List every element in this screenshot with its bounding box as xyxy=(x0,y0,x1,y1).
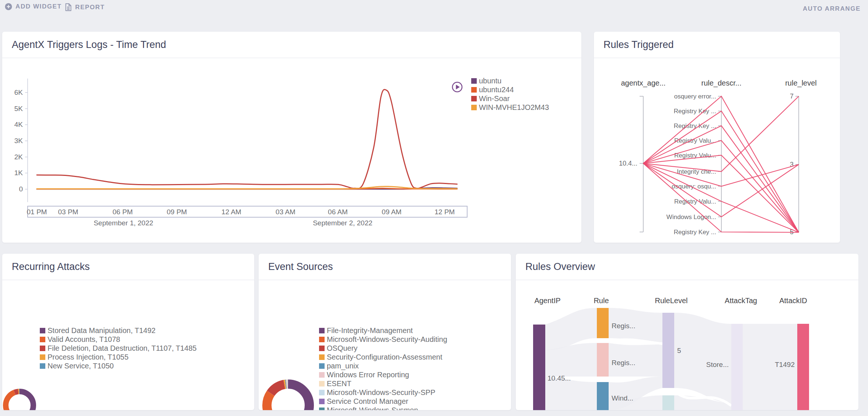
svg-text:AgentIP: AgentIP xyxy=(534,297,560,305)
svg-text:03 AM: 03 AM xyxy=(276,208,295,216)
rules-triggered-parallel-chart[interactable]: agentx_age...rule_descr...rule_level10.4… xyxy=(594,58,840,243)
legend-label: ESENT xyxy=(327,379,351,388)
svg-text:Wind...: Wind... xyxy=(612,394,633,402)
svg-text:September 1, 2022: September 1, 2022 xyxy=(94,219,153,227)
svg-text:6K: 6K xyxy=(14,89,23,96)
legend-item[interactable]: OSQuery xyxy=(319,344,454,353)
legend-item[interactable]: ubuntu xyxy=(471,76,549,85)
legend-swatch xyxy=(319,328,325,333)
auto-arrange-button[interactable]: AUTO ARRANGE xyxy=(803,5,861,13)
legend-item[interactable]: Service Control Manager xyxy=(319,397,454,406)
time-trend-legend: ubuntuubuntu244Win-SoarWIN-MVHE1JO2M43 xyxy=(471,76,549,112)
legend-item[interactable]: Microsoft-Windows-Sysmon xyxy=(319,406,454,410)
svg-text:Regis...: Regis... xyxy=(612,322,635,330)
legend-label: pam_unix xyxy=(327,361,359,370)
svg-text:5: 5 xyxy=(677,347,681,354)
legend-swatch xyxy=(471,96,477,101)
panel-time-trend: AgentX Triggers Logs - Time Trend 01K2K3… xyxy=(2,32,581,243)
legend-item[interactable]: ESENT xyxy=(319,379,454,388)
event-sources-legend: File-Integrity-ManagementMicrosoft-Windo… xyxy=(319,326,454,410)
legend-label: Process Injection, T1055 xyxy=(48,353,129,361)
panel-time-trend-header: AgentX Triggers Logs - Time Trend xyxy=(2,32,581,58)
svg-text:AttackTag: AttackTag xyxy=(725,297,757,305)
legend-item[interactable]: Valid Accounts, T1078 xyxy=(40,335,197,344)
legend-item[interactable]: Microsoft-Windows-Security-SPP xyxy=(319,388,454,397)
legend-label: Security-Configuration-Assessment xyxy=(327,353,442,361)
rules-overview-sankey-chart[interactable]: 10.45...Regis...Regis...Wind...5Store...… xyxy=(516,280,858,410)
svg-text:RuleLevel: RuleLevel xyxy=(655,297,688,305)
legend-label: WIN-MVHE1JO2M43 xyxy=(479,103,549,112)
svg-text:Rule: Rule xyxy=(594,297,609,305)
legend-label: Service Control Manager xyxy=(327,397,408,406)
panel-event-sources-title: Event Sources xyxy=(259,261,333,273)
svg-text:10.4...: 10.4... xyxy=(619,160,637,167)
svg-text:osquery error...: osquery error... xyxy=(674,93,716,100)
svg-text:3K: 3K xyxy=(14,137,23,145)
recurring-attacks-chart-area: Stored Data Manipulation, T1492Valid Acc… xyxy=(2,280,254,410)
svg-text:September 2, 2022: September 2, 2022 xyxy=(313,219,372,227)
svg-text:03 PM: 03 PM xyxy=(58,208,78,216)
toolbar: ADD WIDGET REPORT AUTO ARRANGE xyxy=(0,0,868,17)
recurring-attacks-legend: Stored Data Manipulation, T1492Valid Acc… xyxy=(40,326,197,370)
panel-rules-triggered-title: Rules Triggered xyxy=(594,39,674,51)
legend-swatch xyxy=(40,354,45,360)
panel-time-trend-title: AgentX Triggers Logs - Time Trend xyxy=(2,39,166,51)
legend-item[interactable]: Win-Soar xyxy=(471,94,549,103)
play-button[interactable] xyxy=(452,82,463,93)
panel-rules-triggered: Rules Triggered agentx_age...rule_descr.… xyxy=(594,32,840,243)
legend-label: Stored Data Manipulation, T1492 xyxy=(48,326,155,335)
report-button[interactable]: REPORT xyxy=(65,3,105,11)
svg-text:Windows Logon...: Windows Logon... xyxy=(666,214,716,221)
svg-text:01 PM: 01 PM xyxy=(27,208,47,216)
svg-text:Store...: Store... xyxy=(706,361,729,368)
legend-label: OSQuery xyxy=(327,344,357,353)
svg-text:rule_level: rule_level xyxy=(785,79,817,87)
add-widget-button[interactable]: ADD WIDGET xyxy=(5,3,62,10)
report-document-icon xyxy=(65,3,72,11)
legend-label: Valid Accounts, T1078 xyxy=(48,335,120,344)
legend-swatch xyxy=(40,328,45,333)
plus-circle-icon xyxy=(5,3,12,10)
legend-swatch xyxy=(319,390,325,395)
legend-swatch xyxy=(319,381,325,386)
legend-item[interactable]: WIN-MVHE1JO2M43 xyxy=(471,103,549,112)
legend-label: New Service, T1050 xyxy=(48,361,114,370)
panel-rules-overview-header: Rules Overview xyxy=(516,254,858,280)
legend-item[interactable]: Security-Configuration-Assessment xyxy=(319,353,454,361)
svg-text:06 PM: 06 PM xyxy=(113,208,133,216)
svg-text:5K: 5K xyxy=(14,105,23,112)
svg-text:osquery: osqu...: osquery: osqu... xyxy=(672,183,716,190)
svg-text:1K: 1K xyxy=(14,169,23,177)
panel-event-sources-header: Event Sources xyxy=(259,254,511,280)
legend-swatch xyxy=(319,363,325,369)
legend-item[interactable]: Windows Error Reporting xyxy=(319,370,454,379)
legend-item[interactable]: ubuntu244 xyxy=(471,85,549,94)
panel-rules-overview: Rules Overview 10.45...Regis...Regis...W… xyxy=(516,254,858,410)
legend-item[interactable]: File-Integrity-Management xyxy=(319,326,454,335)
legend-label: Microsoft-Windows-Security-Auditing xyxy=(327,335,447,344)
panel-recurring-attacks-title: Recurring Attacks xyxy=(2,261,90,273)
legend-label: File-Integrity-Management xyxy=(327,326,413,335)
legend-item[interactable]: pam_unix xyxy=(319,361,454,370)
panel-rules-overview-title: Rules Overview xyxy=(516,261,595,273)
rules-triggered-chart-area: agentx_age...rule_descr...rule_level10.4… xyxy=(594,58,840,243)
panel-recurring-attacks: Recurring Attacks Stored Data Manipulati… xyxy=(2,254,254,410)
svg-text:Registry Key ...: Registry Key ... xyxy=(674,108,716,115)
legend-swatch xyxy=(471,105,477,110)
svg-text:Registry Key ...: Registry Key ... xyxy=(674,229,716,236)
dashboard: ADD WIDGET REPORT AUTO ARRANGE AgentX Tr… xyxy=(0,0,868,416)
legend-swatch xyxy=(319,346,325,351)
time-trend-chart-area: 01K2K3K4K5K6K01 PM03 PM06 PM09 PM12 AM03… xyxy=(2,58,581,243)
legend-item[interactable]: Stored Data Manipulation, T1492 xyxy=(40,326,197,335)
legend-label: Microsoft-Windows-Security-SPP xyxy=(327,388,435,397)
legend-item[interactable]: Microsoft-Windows-Security-Auditing xyxy=(319,335,454,344)
legend-item[interactable]: File Deletion, Data Destruction, T1107, … xyxy=(40,344,197,353)
svg-text:06 AM: 06 AM xyxy=(328,208,348,216)
legend-label: Windows Error Reporting xyxy=(327,370,409,379)
legend-item[interactable]: Process Injection, T1055 xyxy=(40,353,197,361)
legend-item[interactable]: New Service, T1050 xyxy=(40,361,197,370)
event-sources-chart-area: File-Integrity-ManagementMicrosoft-Windo… xyxy=(259,280,511,410)
svg-text:12 AM: 12 AM xyxy=(221,208,241,216)
legend-label: ubuntu xyxy=(479,76,501,85)
add-widget-label: ADD WIDGET xyxy=(15,3,62,10)
